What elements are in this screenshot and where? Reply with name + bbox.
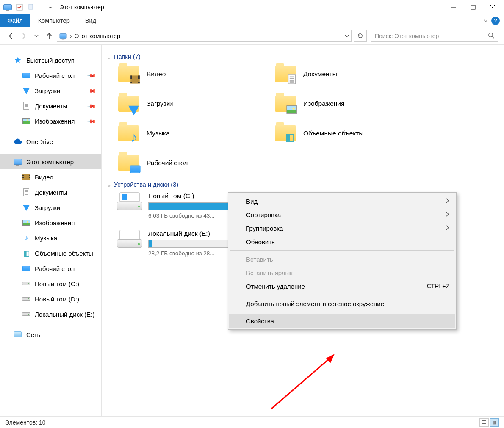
sidebar-item-documents-2[interactable]: Документы [0,185,101,200]
sidebar-item-label: Быстрый доступ [26,57,75,64]
desktop-icon [22,73,30,78]
annotation-arrow [267,350,343,413]
folder-downloads[interactable]: Загрузки [117,94,274,113]
group-count: 7 [135,53,138,60]
ctx-add-network-location[interactable]: Добавить новый элемент в сетевое окружен… [229,297,455,310]
navigation-toolbar: › Этот компьютер Поиск: Этот компьютер [0,27,504,45]
ctx-refresh[interactable]: Обновить [229,235,455,249]
tab-view[interactable]: Вид [78,14,104,27]
download-overlay-icon [128,106,139,115]
ctx-properties[interactable]: Свойства [229,314,455,328]
sidebar-item-label: Загрузки [35,204,60,211]
sidebar-network[interactable]: Сеть [0,327,101,342]
sidebar-item-drive-c[interactable]: Новый том (C:) [0,276,101,291]
sidebar-item-music[interactable]: ♪Музыка [0,230,101,246]
sidebar-this-pc[interactable]: Этот компьютер [0,154,101,169]
new-folder-qat-icon[interactable] [27,3,36,11]
drive-icon [117,230,142,248]
desktop-icon [22,266,30,271]
group-title: Устройства и диски [114,181,169,188]
ctx-sort[interactable]: Сортировка [229,208,455,221]
folder-music[interactable]: ♪Музыка [117,124,274,143]
folder-pictures[interactable]: Изображения [274,94,430,113]
details-view-button[interactable]: ☰ [479,418,489,427]
sidebar-item-pictures[interactable]: Изображения📌 [0,113,101,129]
chevron-down-icon: ⌄ [107,182,111,188]
svg-line-9 [271,356,332,409]
cube-overlay-icon: ◧ [285,131,295,143]
drive-icon [117,192,142,210]
search-box[interactable]: Поиск: Этот компьютер [371,30,498,42]
ctx-paste: Вставить [229,252,455,266]
titlebar: Этот компьютер [0,0,504,14]
history-dropdown[interactable] [31,31,42,41]
qat-dropdown-icon[interactable] [46,3,55,11]
refresh-button[interactable] [354,30,367,42]
back-button[interactable] [6,31,16,41]
image-icon [22,118,30,124]
window-controls [444,0,502,14]
sidebar-item-pictures-2[interactable]: Изображения [0,215,101,230]
svg-rect-4 [471,5,475,9]
folder-desktop[interactable]: Рабочий стол [117,153,274,173]
chevron-right-icon [445,198,449,205]
ctx-view[interactable]: Вид [229,194,455,208]
maximize-button[interactable] [463,0,483,14]
svg-rect-2 [49,6,52,6]
music-icon: ♪ [22,234,30,242]
ctx-label: Сортировка [246,211,281,218]
sidebar-item-documents[interactable]: Документы📌 [0,98,101,113]
sidebar-item-desktop[interactable]: Рабочий стол📌 [0,68,101,83]
ctx-undo-delete[interactable]: Отменить удалениеCTRL+Z [229,279,455,293]
pin-icon: 📌 [87,116,97,126]
folder-videos[interactable]: Видео [117,64,274,84]
tab-file[interactable]: Файл [0,14,30,27]
sidebar-item-drive-e[interactable]: Локальный диск (E:) [0,307,101,322]
sidebar-onedrive[interactable]: OneDrive [0,134,101,149]
svg-rect-0 [17,4,22,10]
pin-icon: 📌 [87,101,97,110]
sidebar-quick-access[interactable]: Быстрый доступ [0,52,101,68]
tiles-view-button[interactable]: ▦ [490,418,499,427]
document-icon [23,188,29,196]
window-title: Этот компьютер [60,4,104,11]
group-header-devices[interactable]: ⌄ Устройства и диски (3) [107,181,499,188]
sidebar-item-downloads[interactable]: Загрузки📌 [0,83,101,98]
chevron-right-icon [445,211,449,218]
ctx-shortcut: CTRL+Z [427,283,449,290]
ribbon-collapse-icon[interactable] [480,14,491,27]
cube-icon: ◧ [22,249,30,257]
ctx-group[interactable]: Группировка [229,221,455,235]
group-header-folders[interactable]: ⌄ Папки (7) [107,53,499,60]
music-overlay-icon: ♪ [130,130,137,144]
sidebar-item-3d[interactable]: ◧Объемные объекты [0,246,101,261]
ctx-separator [230,250,454,251]
address-bar[interactable]: › Этот компьютер [57,30,352,42]
sidebar-item-downloads-2[interactable]: Загрузки [0,200,101,215]
up-button[interactable] [44,31,54,41]
sidebar-item-videos[interactable]: Видео [0,169,101,185]
sidebar-item-desktop-2[interactable]: Рабочий стол [0,261,101,276]
address-text: Этот компьютер [75,33,120,39]
help-button[interactable]: ? [491,17,500,25]
ctx-separator [230,312,454,312]
ctx-label: Добавить новый элемент в сетевое окружен… [246,300,384,307]
folder-3d[interactable]: ◧Объемные объекты [274,124,430,143]
sidebar-item-label: Новый том (D:) [35,295,79,303]
folder-documents[interactable]: Документы [274,64,430,84]
status-elements-text: Элементов: 10 [5,419,46,426]
image-icon [22,220,30,226]
addr-dropdown-icon[interactable] [344,33,349,39]
ctx-label: Вид [246,198,258,205]
minimize-button[interactable] [444,0,463,14]
tile-label: Объемные объекты [303,130,364,137]
forward-button[interactable] [19,31,29,41]
tab-computer[interactable]: Компьютер [30,14,78,27]
ctx-label: Отменить удаление [246,283,305,290]
chevron-right-icon [445,225,449,232]
close-button[interactable] [483,0,502,14]
properties-qat-icon[interactable] [15,3,24,11]
svg-point-7 [489,33,493,36]
sidebar-item-drive-d[interactable]: Новый том (D:) [0,291,101,307]
search-placeholder: Поиск: Этот компьютер [375,33,439,39]
